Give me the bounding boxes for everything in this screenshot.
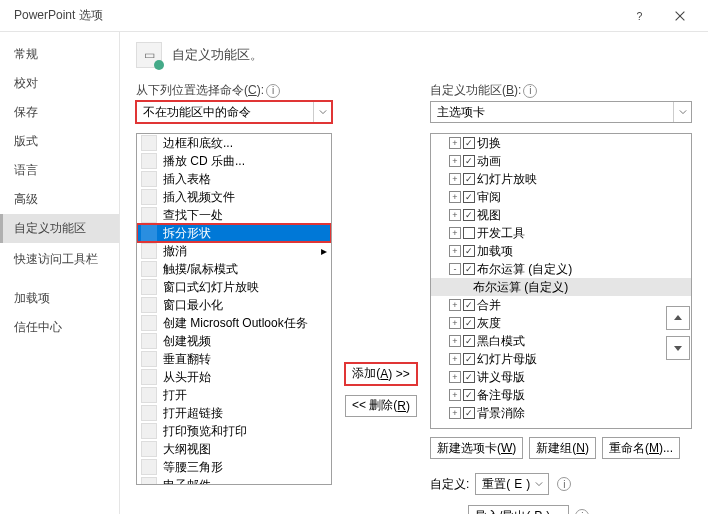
command-item[interactable]: 边框和底纹... [137, 134, 331, 152]
sidebar-item[interactable]: 加载项 [0, 284, 119, 313]
tree-checkbox[interactable]: ✓ [463, 371, 475, 383]
tree-checkbox[interactable]: ✓ [463, 263, 475, 275]
remove-button[interactable]: << 删除(R) [345, 395, 417, 417]
tree-checkbox[interactable]: ✓ [463, 389, 475, 401]
command-label: 窗口最小化 [163, 297, 223, 314]
tree-item[interactable]: +✓ 背景消除 [431, 404, 691, 422]
tree-item[interactable]: +✓ 幻灯片放映 [431, 170, 691, 188]
command-item[interactable]: 创建 Microsoft Outlook任务 [137, 314, 331, 332]
command-item[interactable]: 从头开始 [137, 368, 331, 386]
command-item[interactable]: 撤消 ▸ [137, 242, 331, 260]
new-tab-button[interactable]: 新建选项卡(W) [430, 437, 523, 459]
expand-icon[interactable]: + [449, 317, 461, 329]
expand-icon[interactable]: + [449, 353, 461, 365]
command-item[interactable]: 播放 CD 乐曲... [137, 152, 331, 170]
command-item[interactable]: 窗口式幻灯片放映 [137, 278, 331, 296]
expand-icon[interactable]: + [449, 335, 461, 347]
sidebar-item[interactable]: 语言 [0, 156, 119, 185]
tree-item[interactable]: +✓ 幻灯片母版 [431, 350, 691, 368]
expand-icon[interactable]: + [449, 137, 461, 149]
ribbon-scope-dropdown[interactable]: 主选项卡 [430, 101, 692, 123]
new-group-button[interactable]: 新建组(N) [529, 437, 596, 459]
command-item[interactable]: 打开 [137, 386, 331, 404]
expand-icon[interactable]: + [449, 173, 461, 185]
tree-child-item[interactable]: 布尔运算 (自定义) [431, 278, 691, 296]
window-help-button[interactable]: ? [620, 2, 660, 30]
tree-item[interactable]: +✓ 动画 [431, 152, 691, 170]
sidebar-item[interactable]: 保存 [0, 98, 119, 127]
sidebar-item[interactable]: 信任中心 [0, 313, 119, 342]
command-item[interactable]: 等腰三角形 [137, 458, 331, 476]
import-export-dropdown[interactable]: 导入/导出(P) [468, 505, 569, 514]
command-item[interactable]: 窗口最小化 [137, 296, 331, 314]
help-icon[interactable]: i [557, 477, 571, 491]
expand-icon[interactable]: + [449, 299, 461, 311]
tree-item[interactable]: +✓ 黑白模式 [431, 332, 691, 350]
tree-item[interactable]: +✓ 灰度 [431, 314, 691, 332]
expand-icon[interactable]: + [449, 407, 461, 419]
tree-checkbox[interactable]: ✓ [463, 209, 475, 221]
command-item[interactable]: 创建视频 [137, 332, 331, 350]
help-icon[interactable]: i [523, 84, 537, 98]
tree-checkbox[interactable]: ✓ [463, 155, 475, 167]
tree-checkbox[interactable]: ✓ [463, 191, 475, 203]
svg-text:?: ? [637, 9, 643, 21]
tree-item[interactable]: +✓ 切换 [431, 134, 691, 152]
sidebar-item[interactable]: 版式 [0, 127, 119, 156]
tree-item[interactable]: + 开发工具 [431, 224, 691, 242]
tree-checkbox[interactable]: ✓ [463, 407, 475, 419]
command-item[interactable]: 插入视频文件 [137, 188, 331, 206]
sidebar-item[interactable]: 快速访问工具栏 [0, 245, 119, 274]
command-item[interactable]: 大纲视图 [137, 440, 331, 458]
help-icon[interactable]: i [575, 509, 589, 514]
tree-checkbox[interactable]: ✓ [463, 245, 475, 257]
command-item[interactable]: 拆分形状 [137, 224, 331, 242]
help-icon[interactable]: i [266, 84, 280, 98]
choose-commands-dropdown[interactable]: 不在功能区中的命令 [136, 101, 332, 123]
command-item[interactable]: 打印预览和打印 [137, 422, 331, 440]
command-item[interactable]: 垂直翻转 [137, 350, 331, 368]
add-button[interactable]: 添加(A) >> [345, 363, 416, 385]
command-item[interactable]: 触摸/鼠标模式 [137, 260, 331, 278]
tree-checkbox[interactable]: ✓ [463, 317, 475, 329]
sidebar-item[interactable]: 常规 [0, 40, 119, 69]
tree-item-label: 切换 [477, 135, 501, 152]
sidebar-item[interactable]: 校对 [0, 69, 119, 98]
reset-dropdown[interactable]: 重置(E) [475, 473, 549, 495]
tree-item-label: 动画 [477, 153, 501, 170]
tree-item[interactable]: +✓ 审阅 [431, 188, 691, 206]
tree-item[interactable]: +✓ 视图 [431, 206, 691, 224]
tree-checkbox[interactable]: ✓ [463, 335, 475, 347]
tree-checkbox[interactable]: ✓ [463, 173, 475, 185]
sidebar-item[interactable]: 自定义功能区 [0, 214, 119, 243]
command-item[interactable]: 打开超链接 [137, 404, 331, 422]
tree-checkbox[interactable]: ✓ [463, 353, 475, 365]
sidebar-item[interactable]: 高级 [0, 185, 119, 214]
tree-item[interactable]: +✓ 合并 [431, 296, 691, 314]
commands-list[interactable]: 边框和底纹...播放 CD 乐曲...插入表格插入视频文件查找下一处拆分形状撤消… [136, 133, 332, 485]
expand-icon[interactable]: + [449, 371, 461, 383]
expand-icon[interactable]: + [449, 245, 461, 257]
expand-icon[interactable]: + [449, 209, 461, 221]
window-close-button[interactable] [660, 2, 700, 30]
command-icon [141, 261, 157, 277]
expand-icon[interactable]: + [449, 191, 461, 203]
tree-checkbox[interactable]: ✓ [463, 137, 475, 149]
expand-icon[interactable]: + [449, 389, 461, 401]
ribbon-tree[interactable]: +✓ 切换+✓ 动画+✓ 幻灯片放映+✓ 审阅+✓ 视图+ 开发工具+✓ 加载项… [430, 133, 692, 429]
tree-item[interactable]: -✓ 布尔运算 (自定义) [431, 260, 691, 278]
tree-item[interactable]: +✓ 备注母版 [431, 386, 691, 404]
move-up-button[interactable] [666, 306, 690, 330]
collapse-icon[interactable]: - [449, 263, 461, 275]
command-item[interactable]: 电子邮件 [137, 476, 331, 485]
tree-item[interactable]: +✓ 讲义母版 [431, 368, 691, 386]
expand-icon[interactable]: + [449, 227, 461, 239]
move-down-button[interactable] [666, 336, 690, 360]
expand-icon[interactable]: + [449, 155, 461, 167]
command-item[interactable]: 插入表格 [137, 170, 331, 188]
command-item[interactable]: 查找下一处 [137, 206, 331, 224]
tree-checkbox[interactable] [463, 227, 475, 239]
tree-item[interactable]: +✓ 加载项 [431, 242, 691, 260]
tree-checkbox[interactable]: ✓ [463, 299, 475, 311]
rename-button[interactable]: 重命名(M)... [602, 437, 680, 459]
